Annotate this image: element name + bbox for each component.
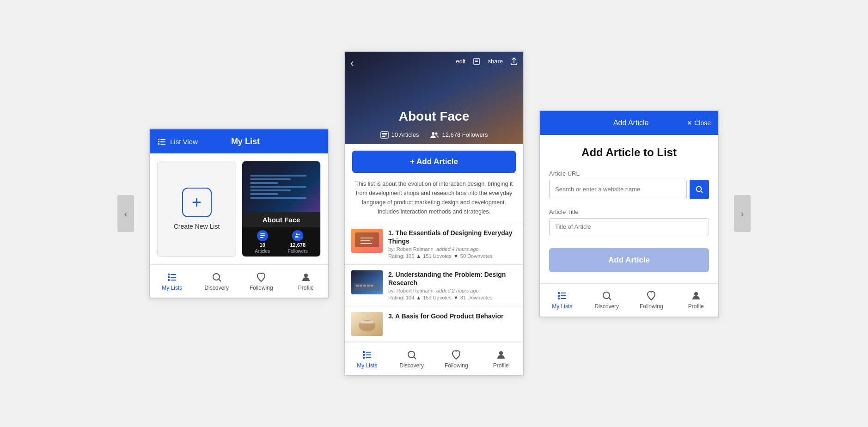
svg-point-53 — [697, 186, 702, 191]
articles-label: Articles — [255, 249, 270, 254]
screen1-body: + Create New List — [150, 153, 328, 264]
url-input[interactable] — [549, 180, 687, 199]
nav-my-lists[interactable]: My Lists — [150, 265, 195, 298]
about-face-card[interactable]: About Face 10 Articles — [242, 161, 321, 257]
svg-rect-7 — [260, 235, 265, 236]
svg-rect-34 — [351, 270, 383, 294]
following-icon-2 — [451, 349, 462, 360]
close-label[interactable]: ✕ Close — [687, 119, 711, 127]
following-icon — [256, 272, 267, 283]
svg-rect-5 — [160, 144, 165, 145]
svg-rect-13 — [168, 276, 170, 278]
nav2-discovery-label: Discovery — [399, 362, 424, 369]
nav2-discovery[interactable]: Discovery — [390, 342, 434, 375]
edit-icon — [473, 57, 480, 66]
svg-rect-3 — [160, 141, 165, 142]
article-item-3[interactable]: 3. A Basis for Good Product Behavior — [345, 306, 523, 342]
url-input-row — [549, 180, 709, 199]
edit-button[interactable]: edit — [456, 58, 466, 65]
svg-rect-1 — [160, 139, 165, 140]
plus-button[interactable]: + — [182, 188, 212, 217]
title-label: Article Title — [549, 208, 709, 215]
back-button[interactable]: ‹ — [350, 57, 354, 69]
title-input[interactable] — [549, 218, 709, 235]
detail-title: About Face — [345, 109, 523, 124]
profile-icon — [300, 272, 312, 283]
followers-meta: 12,678 Followers — [430, 131, 488, 139]
svg-rect-14 — [171, 277, 176, 278]
close-button[interactable]: ✕ Close — [687, 119, 711, 127]
nav3-profile[interactable]: Profile — [674, 284, 719, 317]
profile-icon-3 — [691, 290, 702, 301]
screen2-bottom-nav: My Lists Discovery Following — [345, 342, 523, 375]
list-view-label: List View — [170, 138, 198, 146]
svg-rect-6 — [260, 233, 265, 234]
screen3-bottom-nav: My Lists Discovery Following — [540, 283, 718, 317]
articles-meta-text: 10 Articles — [391, 131, 419, 138]
my-lists-icon-3 — [556, 290, 568, 301]
nav2-my-lists[interactable]: My Lists — [345, 342, 390, 375]
screen-my-list: List View My List + Create New List — [149, 128, 329, 299]
nav-discovery[interactable]: Discovery — [195, 265, 239, 298]
svg-rect-36 — [356, 285, 359, 287]
nav3-discovery[interactable]: Discovery — [585, 284, 630, 317]
meta-articles-icon — [380, 131, 389, 139]
nav3-following[interactable]: Following — [629, 284, 674, 317]
nav3-my-lists-label: My Lists — [552, 303, 572, 310]
nav-following[interactable]: Following — [239, 265, 284, 298]
nav2-following-label: Following — [445, 362, 468, 369]
submit-button[interactable]: Add Article — [549, 248, 709, 272]
article-item-1[interactable]: 1. The Essentials of Designing Everyday … — [345, 223, 523, 265]
svg-rect-48 — [363, 357, 365, 359]
nav2-following[interactable]: Following — [434, 342, 479, 375]
code-line — [250, 193, 278, 195]
search-icon — [695, 185, 703, 194]
articles-meta: 10 Articles — [380, 131, 419, 139]
svg-rect-58 — [561, 295, 566, 296]
followers-count: 12,678 — [290, 242, 306, 248]
nav-discovery-label: Discovery — [204, 285, 229, 291]
svg-point-27 — [432, 132, 434, 135]
list-view-icon — [157, 137, 166, 146]
article-list-icon — [259, 232, 266, 239]
detail-meta: 10 Articles 12,678 Followers — [345, 131, 523, 139]
card-stats: 10 Articles — [242, 227, 320, 256]
code-line — [250, 186, 306, 188]
add-article-title: Add Article — [613, 119, 648, 127]
screen-add-article: Add Article ✕ Close Add Article to List … — [539, 110, 719, 317]
article-thumb-3 — [351, 312, 383, 336]
svg-rect-24 — [382, 133, 387, 134]
svg-rect-49 — [366, 357, 371, 358]
nav-profile[interactable]: Profile — [284, 265, 329, 298]
nav2-profile-label: Profile — [493, 362, 509, 369]
svg-point-17 — [213, 274, 220, 280]
svg-point-52 — [499, 351, 503, 355]
nav-my-lists-label: My Lists — [162, 285, 182, 291]
article-item-2[interactable]: 2. Understanding the Problem: Design Res… — [345, 265, 523, 306]
article-info-3: 3. A Basis for Good Product Behavior — [388, 312, 517, 321]
svg-rect-38 — [363, 285, 366, 287]
code-line — [250, 175, 306, 177]
svg-rect-45 — [366, 352, 371, 353]
nav2-profile[interactable]: Profile — [479, 342, 524, 375]
next-arrow[interactable]: › — [734, 195, 751, 232]
svg-line-54 — [701, 191, 703, 193]
nav3-my-lists[interactable]: My Lists — [540, 284, 585, 317]
article-author-1: by: Robert Reimann added 4 hours ago — [388, 246, 517, 252]
article-thumb-2 — [351, 270, 383, 294]
code-line — [250, 182, 278, 184]
svg-point-61 — [603, 292, 610, 299]
url-search-button[interactable] — [690, 180, 709, 199]
create-list-card[interactable]: + Create New List — [157, 161, 236, 257]
detail-hero: ‹ edit share About Face — [345, 52, 523, 144]
discovery-icon-3 — [601, 290, 612, 301]
prev-arrow[interactable]: ‹ — [117, 195, 134, 232]
add-article-button[interactable]: + Add Article — [352, 151, 516, 173]
article-rating-1: Rating: 105 ▲ 151 Upvotes ▼ 50 Downvotes — [388, 253, 517, 259]
svg-rect-16 — [171, 280, 176, 281]
share-button[interactable]: share — [488, 58, 503, 65]
nav3-discovery-label: Discovery — [594, 303, 619, 310]
svg-point-19 — [304, 274, 308, 277]
svg-rect-39 — [367, 285, 370, 287]
article-thumb-img-3 — [351, 312, 383, 336]
